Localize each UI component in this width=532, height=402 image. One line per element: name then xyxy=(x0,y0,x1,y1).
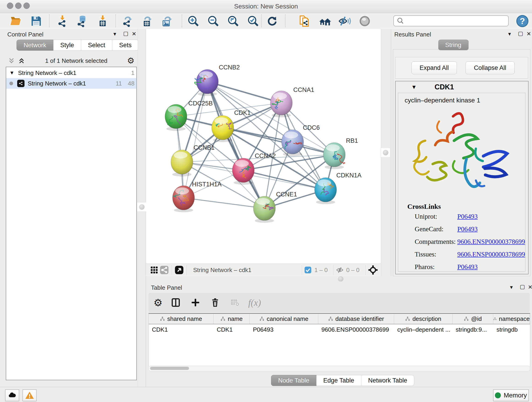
maximize-panel-icon[interactable]: ▢ xyxy=(517,30,525,37)
tab-select[interactable]: Select xyxy=(81,40,112,51)
zoom-in-button[interactable] xyxy=(186,14,201,28)
save-session-button[interactable] xyxy=(29,14,44,28)
node-CCNB2[interactable]: CCNB2 xyxy=(195,64,240,96)
tab-edge-table[interactable]: Edge Table xyxy=(317,375,361,386)
gene-card-header[interactable]: ▼ CDK1 xyxy=(396,81,528,93)
collapse-gene-icon[interactable]: ▼ xyxy=(411,84,417,90)
import-network-file-button[interactable] xyxy=(55,14,70,28)
left-splitter[interactable] xyxy=(138,29,146,387)
show-columns-icon[interactable] xyxy=(169,296,182,309)
node-CDKN1A[interactable]: CDKN1A xyxy=(315,172,361,204)
column-header-canonical-name[interactable]: canonical name xyxy=(250,314,318,324)
tab-network-table[interactable]: Network Table xyxy=(361,375,414,386)
maximize-panel-icon[interactable]: ▢ xyxy=(519,283,526,291)
table-cell[interactable]: CDK1 xyxy=(214,324,250,335)
collapse-all-chevron-icon[interactable] xyxy=(7,57,15,65)
delete-table-icon[interactable] xyxy=(228,296,241,309)
maximize-panel-icon[interactable]: ▢ xyxy=(122,30,130,37)
network-collection-row[interactable]: ▼ String Network – cdk1 1 xyxy=(6,67,136,78)
help-button[interactable]: ? xyxy=(515,14,530,28)
crosslink-link[interactable]: P06493 xyxy=(457,225,478,233)
table-cell[interactable]: stringdb:9... xyxy=(452,324,493,335)
float-panel-icon[interactable]: ▾ xyxy=(506,30,513,38)
table-cell[interactable]: stringdb xyxy=(493,324,530,335)
float-panel-icon[interactable]: ▾ xyxy=(507,283,515,291)
gear-icon[interactable]: ⚙ xyxy=(127,56,134,65)
delete-column-trash-icon[interactable] xyxy=(209,296,222,309)
node-CCNB1[interactable]: CCNB1 xyxy=(171,144,215,177)
float-panel-icon[interactable]: ▾ xyxy=(111,30,119,38)
table-cell[interactable]: CDK1 xyxy=(149,324,214,335)
scrollbar-thumb[interactable] xyxy=(150,367,189,370)
export-network-button[interactable] xyxy=(120,14,135,28)
share-document-button[interactable] xyxy=(297,14,312,28)
node-RB1[interactable]: RB1 xyxy=(323,137,358,169)
table-cell[interactable]: P06493 xyxy=(250,324,318,335)
warning-status-button[interactable] xyxy=(22,389,37,401)
tab-string[interactable]: String xyxy=(438,40,469,50)
grid-view-icon[interactable] xyxy=(149,265,159,275)
table-row[interactable]: CDK1CDK1P064939606.ENSP00000378699cyclin… xyxy=(149,324,530,335)
close-panel-icon[interactable]: ✕ xyxy=(525,30,532,38)
edge-CCNB2-CCNE1[interactable] xyxy=(207,82,264,208)
column-header-shared-name[interactable]: shared name xyxy=(149,314,214,324)
add-column-icon[interactable] xyxy=(189,296,202,309)
right-splitter-handle[interactable] xyxy=(381,148,390,157)
node-CCNE1[interactable]: CCNE1 xyxy=(253,191,297,223)
table-horizontal-scrollbar[interactable] xyxy=(148,366,530,371)
expand-all-chevron-icon[interactable] xyxy=(18,57,25,65)
tab-sets[interactable]: Sets xyxy=(112,40,139,51)
right-splitter[interactable] xyxy=(381,29,391,276)
table-cell[interactable]: cyclin–dependent ... xyxy=(394,324,452,335)
search-input[interactable] xyxy=(404,17,508,25)
cloud-status-button[interactable] xyxy=(5,389,19,401)
memory-button[interactable]: Memory xyxy=(493,389,529,401)
show-starter-panel-button[interactable] xyxy=(317,14,332,28)
export-image-button[interactable] xyxy=(159,14,174,28)
expand-all-button[interactable]: Expand All xyxy=(412,61,457,74)
network-canvas[interactable]: CCNB2CCNA1CDC25BCDK1CDC6RB1CCNB1CCNA2CDK… xyxy=(146,29,381,264)
column-header--id[interactable]: @id xyxy=(452,314,493,324)
tab-network[interactable]: Network xyxy=(17,40,53,51)
table-cell[interactable]: 9606.ENSP00000378699 xyxy=(318,324,394,335)
tab-node-table[interactable]: Node Table xyxy=(271,375,317,386)
import-table-file-button[interactable] xyxy=(95,14,110,28)
import-network-database-button[interactable] xyxy=(75,14,89,28)
column-header-description[interactable]: description xyxy=(394,314,452,324)
edge-HIST1H1A-CCNE1[interactable] xyxy=(184,198,264,208)
birds-eye-view-icon[interactable] xyxy=(174,265,184,275)
refresh-style-button[interactable] xyxy=(265,14,279,28)
network-row-selected[interactable]: String Network – cdk1 11 48 xyxy=(6,78,136,89)
crosslink-link[interactable]: P06493 xyxy=(457,263,478,271)
bottom-splitter[interactable] xyxy=(146,276,532,281)
column-header-name[interactable]: name xyxy=(214,314,250,324)
node-CDC6[interactable]: CDC6 xyxy=(282,124,320,156)
zoom-out-button[interactable] xyxy=(206,14,221,28)
network-graph[interactable]: CCNB2CCNA1CDC25BCDK1CDC6RB1CCNB1CCNA2CDK… xyxy=(146,29,381,264)
zoom-selected-button[interactable] xyxy=(246,14,260,28)
tab-style[interactable]: Style xyxy=(53,40,81,51)
apply-function-fx-icon[interactable]: f(x) xyxy=(248,297,261,308)
node-HIST1H1A[interactable]: HIST1H1A xyxy=(172,181,222,212)
crosslink-link[interactable]: 9606.ENSP00000378699 xyxy=(457,238,525,245)
lens-button[interactable] xyxy=(357,14,372,28)
crosslink-link[interactable]: P06493 xyxy=(457,213,478,220)
selected-checkbox-icon[interactable] xyxy=(304,266,312,274)
collection-expand-icon[interactable]: ▼ xyxy=(9,70,14,76)
table-settings-gear-icon[interactable]: ⚙ xyxy=(153,297,162,308)
show-hide-details-button[interactable] xyxy=(337,14,352,28)
export-table-button[interactable] xyxy=(140,14,154,28)
collapse-all-button[interactable]: Collapse All xyxy=(466,61,515,74)
left-splitter-handle[interactable] xyxy=(137,202,147,212)
close-panel-icon[interactable]: ✕ xyxy=(526,283,532,291)
edge-CCNB2-HIST1H1A[interactable] xyxy=(184,82,207,198)
column-header-namespace[interactable]: namespace xyxy=(493,314,530,324)
edge-CCNA2-CDKN1A[interactable] xyxy=(243,170,326,190)
node-CCNA1[interactable]: CCNA1 xyxy=(270,86,314,117)
fit-selected-crosshair-icon[interactable] xyxy=(368,265,378,275)
network-view-icon[interactable] xyxy=(159,265,169,275)
column-header-database-identifier[interactable]: database identifier xyxy=(318,314,394,324)
close-panel-icon[interactable]: ✕ xyxy=(130,30,138,38)
open-session-button[interactable] xyxy=(8,14,23,28)
zoom-fit-button[interactable] xyxy=(226,14,241,28)
